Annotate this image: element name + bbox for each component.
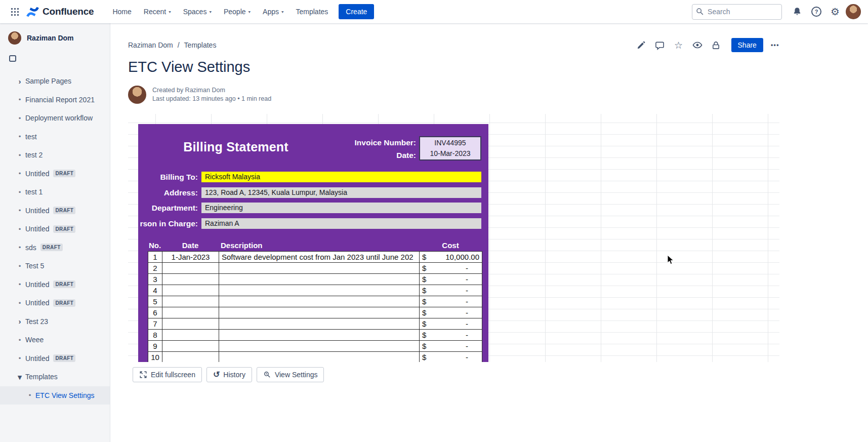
sidebar-item-untitled-draft-5[interactable]: • Untitled DRAFT	[0, 294, 110, 312]
address-field[interactable]: 123, Road A, 12345, Kuala Lumpur, Malays…	[201, 187, 481, 198]
view-settings-button[interactable]: View Settings	[257, 367, 324, 382]
cell-description[interactable]	[219, 263, 420, 274]
sidebar-item-deployment-workflow[interactable]: • Deployment workflow	[0, 109, 110, 128]
comment-button[interactable]	[654, 39, 666, 51]
cell-no[interactable]: 1	[148, 252, 162, 263]
sidebar-item-test-5[interactable]: • Test 5	[0, 257, 110, 275]
restrictions-button[interactable]	[711, 39, 722, 51]
app-switcher-button[interactable]	[7, 4, 22, 19]
billing-to-field[interactable]: Ricksoft Malaysia	[201, 172, 481, 182]
cell-description[interactable]: Software development cost from Jan 2023 …	[219, 252, 420, 263]
invoice-date-value[interactable]: 10-Mar-2023	[420, 148, 480, 159]
cell-description[interactable]	[219, 318, 420, 330]
cell-description[interactable]	[219, 341, 420, 352]
cell-date[interactable]	[162, 296, 219, 307]
watch-button[interactable]	[692, 39, 703, 51]
notifications-button[interactable]	[792, 7, 802, 17]
breadcrumb-space-link[interactable]: Raziman Dom	[128, 41, 173, 49]
sidebar-item-label: sds	[25, 244, 36, 252]
nav-item-templates[interactable]: Templates	[291, 4, 334, 20]
spreadsheet-viewport[interactable]: Billing Statement Invoice Number: Date: …	[128, 114, 779, 362]
invoice-number-value[interactable]: INV44995	[420, 138, 480, 148]
settings-button[interactable]: ⚙	[831, 7, 840, 17]
sidebar-item-test[interactable]: • test	[0, 128, 110, 146]
sidebar-item-test-2[interactable]: • test 2	[0, 146, 110, 165]
sidebar-item-templates[interactable]: ▾ Templates	[0, 368, 110, 386]
cell-cost[interactable]: $-	[420, 285, 482, 296]
edit-button[interactable]	[636, 39, 647, 51]
cell-no[interactable]: 6	[148, 307, 162, 318]
cell-cost[interactable]: $-	[420, 318, 482, 330]
cell-date[interactable]	[162, 307, 219, 318]
cell-cost[interactable]: $-	[420, 274, 482, 285]
author-avatar[interactable]	[128, 86, 146, 104]
create-button[interactable]: Create	[339, 4, 374, 19]
space-header[interactable]: Raziman Dom	[0, 23, 110, 51]
cell-no[interactable]: 8	[148, 330, 162, 341]
person-in-charge-field[interactable]: Raziman A	[201, 218, 481, 229]
cell-description[interactable]	[219, 296, 420, 307]
cell-no[interactable]: 5	[148, 296, 162, 307]
cell-no[interactable]: 7	[148, 318, 162, 330]
cell-no[interactable]: 4	[148, 285, 162, 296]
cell-cost[interactable]: $-	[420, 352, 482, 363]
nav-item-spaces[interactable]: Spaces ▾	[178, 4, 217, 20]
cell-cost[interactable]: $-	[420, 307, 482, 318]
cell-description[interactable]	[219, 274, 420, 285]
cell-description[interactable]	[219, 307, 420, 318]
department-field[interactable]: Engineering	[201, 203, 481, 213]
draft-badge: DRAFT	[53, 207, 75, 214]
favourite-button[interactable]: ☆	[673, 39, 684, 51]
cell-cost[interactable]: $-	[420, 330, 482, 341]
sidebar-item-etc-view-settings[interactable]: • ETC View Settings	[0, 386, 110, 405]
sidebar-item-test-23[interactable]: › Test 23	[0, 312, 110, 331]
user-avatar[interactable]	[846, 4, 861, 19]
cell-description[interactable]	[219, 330, 420, 341]
cell-date[interactable]	[162, 285, 219, 296]
more-actions-button[interactable]: •••	[771, 42, 779, 49]
sidebar-item-untitled-draft-4[interactable]: • Untitled DRAFT	[0, 275, 110, 294]
cell-description[interactable]	[219, 285, 420, 296]
sidebar-item-weee[interactable]: • Weee	[0, 331, 110, 349]
sidebar-item-sds-draft[interactable]: • sds DRAFT	[0, 238, 110, 257]
cell-date[interactable]	[162, 341, 219, 352]
cell-no[interactable]: 3	[148, 274, 162, 285]
cell-date[interactable]	[162, 352, 219, 363]
sidebar-item-untitled-draft-2[interactable]: • Untitled DRAFT	[0, 202, 110, 220]
bell-icon	[792, 7, 802, 17]
col-header-no: No.	[148, 240, 162, 251]
sidebar-item-test-1[interactable]: • test 1	[0, 183, 110, 202]
cell-cost[interactable]: $10,000.00	[420, 252, 482, 263]
help-button[interactable]: ?	[811, 7, 821, 17]
edit-fullscreen-button[interactable]: Edit fullscreen	[133, 367, 202, 382]
sidebar-item-untitled-draft-1[interactable]: • Untitled DRAFT	[0, 165, 110, 183]
cell-date[interactable]	[162, 330, 219, 341]
cell-no[interactable]: 10	[148, 352, 162, 363]
cell-date[interactable]	[162, 274, 219, 285]
sidebar-item-financial-report-2021[interactable]: • Financial Report 2021	[0, 91, 110, 109]
search-input[interactable]	[692, 4, 782, 20]
sidebar-item-sample-pages[interactable]: › Sample Pages	[0, 72, 110, 91]
cell-cost[interactable]: $-	[420, 296, 482, 307]
confluence-logo[interactable]: Confluence	[26, 6, 94, 18]
nav-item-home[interactable]: Home	[107, 4, 137, 20]
sidebar-item-label: Weee	[25, 336, 44, 344]
cell-date[interactable]	[162, 263, 219, 274]
page-tree: › Sample Pages • Financial Report 2021 •…	[0, 72, 110, 405]
nav-item-apps[interactable]: Apps ▾	[257, 4, 289, 20]
cell-description[interactable]	[219, 352, 420, 363]
nav-item-recent[interactable]: Recent ▾	[138, 4, 177, 20]
breadcrumb-parent-link[interactable]: Templates	[184, 41, 217, 49]
sidebar-item-untitled-draft-3[interactable]: • Untitled DRAFT	[0, 220, 110, 238]
cell-date[interactable]: 1-Jan-2023	[162, 252, 219, 263]
cell-date[interactable]	[162, 318, 219, 330]
cell-cost[interactable]: $-	[420, 263, 482, 274]
share-button[interactable]: Share	[731, 38, 763, 52]
history-button[interactable]: ↺ History	[206, 367, 252, 382]
cell-cost[interactable]: $-	[420, 341, 482, 352]
amount: -	[466, 319, 479, 328]
cell-no[interactable]: 9	[148, 341, 162, 352]
nav-item-people[interactable]: People ▾	[218, 4, 256, 20]
sidebar-item-untitled-draft-6[interactable]: • Untitled DRAFT	[0, 349, 110, 368]
cell-no[interactable]: 2	[148, 263, 162, 274]
